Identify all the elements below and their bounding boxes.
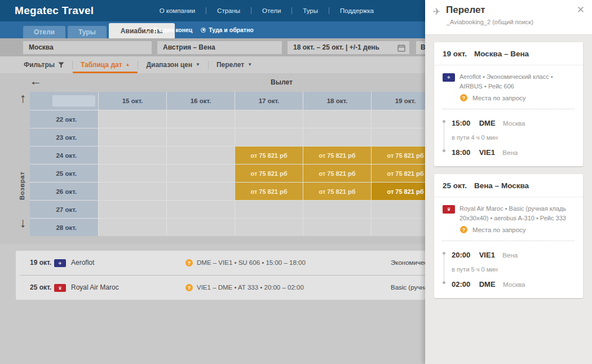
nav-support[interactable]: Поддержка [329,7,385,14]
matrix-price-cell[interactable]: от 75 821 рб [303,147,371,164]
matrix-col-header: 17 окт. [235,92,303,110]
drawer-title: Перелет [446,5,485,16]
arrival-airport-code: DME [479,280,496,288]
matrix-empty-cell [235,201,303,218]
question-badge-icon: ? [185,259,193,267]
matrix-corner-cell [30,92,98,110]
radio-circle-unchecked [145,28,151,33]
radio-one-way-label: В один конец [153,26,192,33]
top-nav: О компании Страны Отели Туры Поддержка [149,7,385,14]
matrix-col-header: 19 окт. [372,92,425,110]
airline-info-text: Aeroflot • Экономический класс • AIRBUS … [460,72,575,91]
radio-one-way[interactable]: В один конец [145,26,192,33]
caret-up-icon: ▲ [126,63,130,67]
royal-air-maroc-logo-icon: ♛ [54,284,66,292]
matrix-price-cell[interactable]: от 75 821 рб [372,147,425,164]
summary-airline: Aeroflot [71,251,94,275]
scroll-up-arrow[interactable]: ↑ [20,91,26,106]
date-price-matrix-area: ← Вылет ↑ ↓ Возврат 15 окт.16 окт.17 окт… [0,73,425,244]
summary-row-return[interactable]: 25 окт. ♛ Royal Air Maroc ? VIE1 – DME •… [16,276,425,300]
timeline-connector [444,123,444,152]
matrix-price-cell[interactable]: от 75 821 рб [372,165,425,182]
matrix-row-label: 22 окт. [30,110,98,128]
nav-hotels[interactable]: Отели [251,7,291,14]
summary-row-outbound[interactable]: 19 окт. ✈ Aeroflot ? DME – VIE1 • SU 606… [16,251,425,275]
top-navbar: Megatec Travel О компании Страны Отели Т… [0,0,425,21]
matrix-price-cell[interactable]: от 75 821 рб [235,165,303,182]
departure-airport-code: DME [479,119,496,127]
drawer-subtitle: _Aviabooking_2 (общий поиск) [447,19,533,25]
origin-field[interactable]: Москва [23,41,152,54]
matrix-price-cell[interactable]: от 75 821 рб [235,147,303,164]
matrix-price-cell[interactable]: от 75 821 рб [303,183,371,200]
flight-label: Перелет [217,61,244,69]
scroll-down-arrow[interactable]: ↓ [20,215,26,230]
summary-airline: Royal Air Maroc [71,276,119,300]
flight-toggle[interactable]: Перелет ▼ [209,56,260,73]
timeline-dot [443,120,445,123]
matrix-empty-cell [235,219,303,236]
date-matrix: 15 окт.16 окт.17 окт.18 окт.19 окт.22 ок… [30,92,425,236]
calendar-icon[interactable] [397,43,405,56]
royal-air-maroc-logo-icon: ♛ [443,205,455,214]
matrix-col-header: 15 окт. [99,92,166,110]
passengers-field-clipped[interactable]: Вз [416,41,425,54]
flight-route: Москва – Вена [474,50,529,58]
matrix-row-label: 26 окт. [30,183,98,200]
matrix-price-cell[interactable]: от 75 821 рб [235,183,303,200]
matrix-price-cell[interactable]: от 75 821 рб [303,165,371,182]
dates-field[interactable]: 18 окт. – 25 окт. | +/-1 день [288,41,409,54]
matrix-empty-cell [99,128,166,146]
summary-date: 19 окт. [30,251,51,275]
dotted-divider [443,241,575,241]
matrix-price-cell-selected[interactable]: от 75 821 рб [372,183,425,200]
summary-class: Экономический класс [391,251,425,275]
flight-route: Вена – Москва [474,181,529,190]
timeline-dot [443,252,445,255]
flight-card-header: 25 окт.Вена – Москва [434,174,583,197]
matrix-empty-cell [167,201,235,218]
matrix-row-label: 25 окт. [30,165,98,182]
matrix-empty-cell [99,165,166,182]
matrix-corner-highlight [52,95,95,106]
matrix-empty-cell [167,110,235,128]
departure-city: Москва [503,120,525,127]
timeline-dot [443,149,445,152]
filters-button[interactable]: Фильтры [16,56,72,73]
matrix-empty-cell [235,110,303,128]
tab-hotels[interactable]: Отели [23,26,65,38]
matrix-empty-cell [99,201,166,218]
main-content: Megatec Travel О компании Страны Отели Т… [0,0,425,364]
departure-time: 15:00 [452,119,470,127]
flight-timeline: 20:00 VIE1 Вена в пути 5 ч 0 мин 02:00 D… [443,250,575,289]
date-table-toggle[interactable]: Таблица дат ▲ [73,56,138,73]
seats-status-text: Места по запросу [472,95,526,101]
matrix-empty-cell [303,219,371,236]
nav-countries[interactable]: Страны [206,7,251,14]
matrix-empty-cell [303,201,371,218]
close-icon[interactable]: ✕ [577,4,585,16]
aeroflot-logo-icon: ✈ [54,259,66,267]
selection-summary-section: 19 окт. ✈ Aeroflot ? DME – VIE1 • SU 606… [0,244,425,364]
destination-field[interactable]: Австрия – Вена [157,41,282,54]
price-range-toggle[interactable]: Диапазон цен ▼ [138,56,207,73]
matrix-empty-cell [99,147,166,164]
scroll-left-arrow[interactable]: ← [30,74,42,88]
question-badge-icon: ? [460,94,467,101]
question-badge-icon: ? [460,226,467,233]
departure-stop: 15:00 DME Москва [452,118,575,128]
matrix-empty-cell [372,110,425,128]
nav-tours[interactable]: Туры [292,7,329,14]
nav-about[interactable]: О компании [149,7,206,14]
matrix-empty-cell [99,110,166,128]
caret-down-icon: ▼ [248,63,252,67]
radio-round-trip[interactable]: Туда и обратно [201,26,253,33]
tab-tours[interactable]: Туры [68,26,107,38]
caret-down-icon: ▼ [196,63,200,67]
trip-type-radios: В один конец Туда и обратно [145,26,254,33]
flight-details-drawer: ✈ Перелет _Aviabooking_2 (общий поиск) ✕… [425,0,592,364]
flight-card-return: 25 окт.Вена – Москва ♛ Royal Air Maroc •… [434,174,583,298]
departure-time: 20:00 [452,251,470,259]
matrix-empty-cell [372,219,425,236]
matrix-row-label: 27 окт. [30,201,98,218]
